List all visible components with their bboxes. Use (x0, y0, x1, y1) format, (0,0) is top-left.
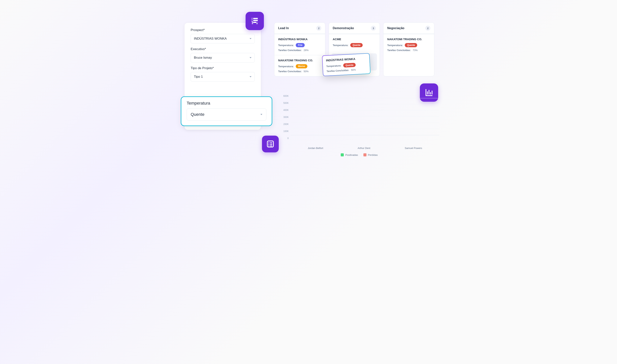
done-label: Tarefas Concluídas: (387, 49, 411, 52)
legend-swatch (341, 153, 344, 156)
prospect-label: Prospect* (191, 28, 255, 32)
kanban-column-nego: Negociação 2 NAKATOMI TRADING CO. Temper… (383, 23, 434, 76)
done-value: 56% (351, 68, 356, 71)
done-value: 28% (303, 49, 308, 52)
temp-label: Temperatura: (387, 44, 403, 47)
kanban-card[interactable]: NAKATOMI TRADING CO. Temperatura:Morno T… (274, 55, 325, 76)
legend-label: Positivadas (345, 154, 358, 156)
card-title: INDÚSTRIAS WONKA (326, 57, 366, 62)
chart-xlabels: Jordan BelfortArthur DentSamuel Powers (279, 147, 439, 150)
xlabel: Jordan Belfort (308, 147, 323, 150)
svg-point-5 (268, 145, 269, 146)
temp-label: Temperatura: (333, 44, 348, 47)
chart-plot (291, 95, 439, 135)
list-icon (266, 139, 275, 149)
xlabel: Arthur Dent (358, 147, 370, 150)
prospect-group: Prospect* INDÚSTRIAS WONKA (191, 28, 255, 43)
done-value: 73% (413, 49, 418, 52)
chevron-down-icon (250, 38, 251, 39)
legend-item: Positivadas (341, 153, 358, 156)
column-header: Demonstração 3 (329, 23, 380, 34)
ytick: 0 (287, 137, 289, 140)
svg-point-3 (268, 144, 269, 145)
kanban-card[interactable]: NAKATOMI TRADING CO. Temperatura:Quente … (384, 34, 434, 55)
column-header: Lead In 2 (274, 23, 325, 34)
legend-item: Perdidas (363, 153, 378, 156)
project-type-value: Tipo 1 (194, 75, 203, 79)
svg-rect-2 (270, 143, 272, 143)
done-label: Tarefas Concluídas: (278, 70, 302, 73)
temp-pill: Frio (296, 43, 305, 47)
done-value: 50% (303, 70, 308, 73)
chevron-down-icon (250, 57, 251, 58)
project-type-select[interactable]: Tipo 1 (191, 72, 255, 81)
column-header: Negociação 2 (384, 23, 434, 34)
card-title: INDÚSTRIAS WONKA (278, 38, 321, 41)
ytick: 200K (283, 123, 289, 126)
temp-pill: Quente (405, 43, 417, 47)
temp-label: Temperatura: (278, 44, 294, 47)
ytick: 400K (283, 109, 289, 111)
svg-point-1 (268, 143, 269, 143)
temp-pill: Quente (343, 63, 356, 67)
executive-value: Bruce Ismay (194, 56, 212, 60)
chevron-down-icon (250, 76, 251, 77)
column-count: 3 (371, 26, 376, 31)
list-icon-tile (262, 136, 279, 152)
chart-yaxis: 0 100K 200K 300K 400K 500K 600K (279, 95, 290, 141)
temp-label: Temperatura: (278, 65, 294, 68)
svg-rect-6 (270, 145, 272, 146)
contacts-icon-tile (246, 12, 264, 30)
prospect-value: INDÚSTRIAS WONKA (194, 37, 227, 40)
column-title: Demonstração (333, 26, 354, 30)
chevron-down-icon (261, 114, 262, 115)
done-label: Tarefas Concluídas: (278, 49, 302, 52)
executive-select[interactable]: Bruce Ismay (191, 53, 255, 63)
kanban-card[interactable]: INDÚSTRIAS WONKA Temperatura:Frio Tarefa… (274, 34, 325, 55)
column-title: Negociação (387, 26, 404, 30)
dragged-card[interactable]: INDÚSTRIAS WONKA Temperatura:Quente Tare… (322, 53, 370, 76)
column-count: 2 (316, 26, 321, 31)
project-type-label: Tipo de Projeto* (191, 66, 255, 70)
executive-group: Executivo* Bruce Ismay (191, 47, 255, 63)
temperature-value: Quente (191, 112, 204, 117)
kanban-column-lead-in: Lead In 2 INDÚSTRIAS WONKA Temperatura:F… (274, 23, 325, 76)
column-title: Lead In (278, 26, 289, 30)
xlabel: Samuel Powers (405, 147, 422, 150)
temperature-highlight: Temperatura Quente (181, 96, 272, 126)
temp-pill: Quente (350, 43, 363, 47)
kanban-card[interactable]: ACME Temperatura:Quente (329, 34, 380, 51)
ytick: 100K (283, 130, 289, 132)
ytick: 600K (283, 95, 289, 97)
temp-label: Temperatura: (326, 64, 342, 68)
temp-pill: Morno (296, 64, 307, 68)
chart-panel: 0 100K 200K 300K 400K 500K 600K Jordan B… (279, 95, 439, 156)
temperature-label: Temperatura (187, 101, 266, 106)
svg-rect-4 (270, 144, 272, 145)
card-title: ACME (333, 38, 376, 41)
done-label: Tarefas Concluídas: (326, 69, 349, 73)
legend-swatch (363, 153, 367, 156)
column-count: 2 (425, 26, 430, 31)
card-title: NAKATOMI TRADING CO. (387, 38, 430, 41)
contacts-icon (250, 16, 259, 26)
temperature-select[interactable]: Quente (187, 108, 266, 121)
executive-label: Executivo* (191, 47, 255, 51)
card-title: NAKATOMI TRADING CO. (278, 59, 321, 62)
project-type-group: Tipo de Projeto* Tipo 1 (191, 66, 255, 81)
legend-label: Perdidas (368, 154, 378, 156)
chart-legend: Positivadas Perdidas (279, 153, 439, 156)
ytick: 300K (283, 116, 289, 118)
ytick: 500K (283, 102, 289, 104)
prospect-select[interactable]: INDÚSTRIAS WONKA (191, 34, 255, 43)
